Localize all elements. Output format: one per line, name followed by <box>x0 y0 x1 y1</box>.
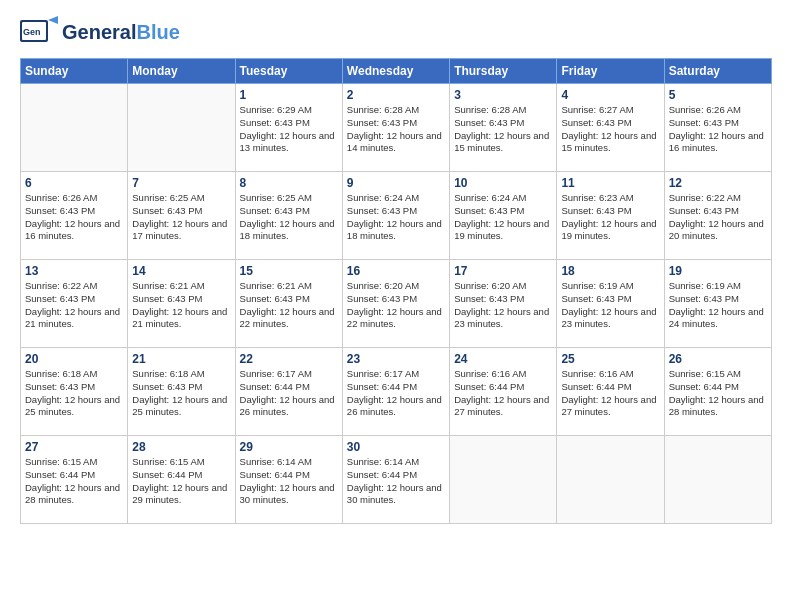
day-info: Sunrise: 6:25 AM Sunset: 6:43 PM Dayligh… <box>240 192 338 243</box>
day-number: 21 <box>132 352 230 366</box>
calendar-header-wednesday: Wednesday <box>342 59 449 84</box>
day-info: Sunrise: 6:20 AM Sunset: 6:43 PM Dayligh… <box>454 280 552 331</box>
calendar-cell: 3Sunrise: 6:28 AM Sunset: 6:43 PM Daylig… <box>450 84 557 172</box>
calendar-cell: 12Sunrise: 6:22 AM Sunset: 6:43 PM Dayli… <box>664 172 771 260</box>
day-info: Sunrise: 6:15 AM Sunset: 6:44 PM Dayligh… <box>669 368 767 419</box>
calendar-header-thursday: Thursday <box>450 59 557 84</box>
day-number: 2 <box>347 88 445 102</box>
calendar-week-1: 1Sunrise: 6:29 AM Sunset: 6:43 PM Daylig… <box>21 84 772 172</box>
day-info: Sunrise: 6:21 AM Sunset: 6:43 PM Dayligh… <box>240 280 338 331</box>
day-number: 18 <box>561 264 659 278</box>
calendar-cell: 8Sunrise: 6:25 AM Sunset: 6:43 PM Daylig… <box>235 172 342 260</box>
calendar-cell: 2Sunrise: 6:28 AM Sunset: 6:43 PM Daylig… <box>342 84 449 172</box>
calendar-cell: 24Sunrise: 6:16 AM Sunset: 6:44 PM Dayli… <box>450 348 557 436</box>
day-info: Sunrise: 6:15 AM Sunset: 6:44 PM Dayligh… <box>132 456 230 507</box>
calendar-week-4: 20Sunrise: 6:18 AM Sunset: 6:43 PM Dayli… <box>21 348 772 436</box>
day-info: Sunrise: 6:19 AM Sunset: 6:43 PM Dayligh… <box>561 280 659 331</box>
calendar-header-tuesday: Tuesday <box>235 59 342 84</box>
day-info: Sunrise: 6:26 AM Sunset: 6:43 PM Dayligh… <box>669 104 767 155</box>
day-number: 7 <box>132 176 230 190</box>
day-number: 22 <box>240 352 338 366</box>
calendar-cell: 1Sunrise: 6:29 AM Sunset: 6:43 PM Daylig… <box>235 84 342 172</box>
calendar-cell: 14Sunrise: 6:21 AM Sunset: 6:43 PM Dayli… <box>128 260 235 348</box>
day-number: 19 <box>669 264 767 278</box>
calendar-cell: 7Sunrise: 6:25 AM Sunset: 6:43 PM Daylig… <box>128 172 235 260</box>
logo: Gen GeneralBlue <box>20 16 180 48</box>
day-number: 1 <box>240 88 338 102</box>
day-number: 3 <box>454 88 552 102</box>
calendar-cell: 13Sunrise: 6:22 AM Sunset: 6:43 PM Dayli… <box>21 260 128 348</box>
day-info: Sunrise: 6:16 AM Sunset: 6:44 PM Dayligh… <box>561 368 659 419</box>
day-number: 30 <box>347 440 445 454</box>
day-info: Sunrise: 6:20 AM Sunset: 6:43 PM Dayligh… <box>347 280 445 331</box>
day-number: 8 <box>240 176 338 190</box>
day-info: Sunrise: 6:18 AM Sunset: 6:43 PM Dayligh… <box>132 368 230 419</box>
calendar-week-5: 27Sunrise: 6:15 AM Sunset: 6:44 PM Dayli… <box>21 436 772 524</box>
calendar-cell: 5Sunrise: 6:26 AM Sunset: 6:43 PM Daylig… <box>664 84 771 172</box>
calendar-cell <box>664 436 771 524</box>
calendar-cell <box>128 84 235 172</box>
day-info: Sunrise: 6:28 AM Sunset: 6:43 PM Dayligh… <box>347 104 445 155</box>
calendar-cell: 17Sunrise: 6:20 AM Sunset: 6:43 PM Dayli… <box>450 260 557 348</box>
calendar-cell: 16Sunrise: 6:20 AM Sunset: 6:43 PM Dayli… <box>342 260 449 348</box>
calendar-cell: 28Sunrise: 6:15 AM Sunset: 6:44 PM Dayli… <box>128 436 235 524</box>
day-info: Sunrise: 6:17 AM Sunset: 6:44 PM Dayligh… <box>347 368 445 419</box>
day-number: 20 <box>25 352 123 366</box>
calendar-header-saturday: Saturday <box>664 59 771 84</box>
calendar-cell <box>21 84 128 172</box>
day-info: Sunrise: 6:23 AM Sunset: 6:43 PM Dayligh… <box>561 192 659 243</box>
calendar-cell: 23Sunrise: 6:17 AM Sunset: 6:44 PM Dayli… <box>342 348 449 436</box>
day-number: 5 <box>669 88 767 102</box>
day-number: 11 <box>561 176 659 190</box>
day-number: 15 <box>240 264 338 278</box>
day-info: Sunrise: 6:21 AM Sunset: 6:43 PM Dayligh… <box>132 280 230 331</box>
calendar-cell: 18Sunrise: 6:19 AM Sunset: 6:43 PM Dayli… <box>557 260 664 348</box>
calendar-cell <box>450 436 557 524</box>
day-number: 25 <box>561 352 659 366</box>
calendar-cell: 11Sunrise: 6:23 AM Sunset: 6:43 PM Dayli… <box>557 172 664 260</box>
day-number: 24 <box>454 352 552 366</box>
svg-text:Gen: Gen <box>23 27 41 37</box>
day-info: Sunrise: 6:16 AM Sunset: 6:44 PM Dayligh… <box>454 368 552 419</box>
logo-text: GeneralBlue <box>62 22 180 42</box>
day-number: 27 <box>25 440 123 454</box>
calendar-header-monday: Monday <box>128 59 235 84</box>
day-info: Sunrise: 6:22 AM Sunset: 6:43 PM Dayligh… <box>669 192 767 243</box>
calendar-week-2: 6Sunrise: 6:26 AM Sunset: 6:43 PM Daylig… <box>21 172 772 260</box>
day-number: 17 <box>454 264 552 278</box>
calendar-cell: 22Sunrise: 6:17 AM Sunset: 6:44 PM Dayli… <box>235 348 342 436</box>
day-number: 13 <box>25 264 123 278</box>
calendar-cell: 4Sunrise: 6:27 AM Sunset: 6:43 PM Daylig… <box>557 84 664 172</box>
calendar-header-row: SundayMondayTuesdayWednesdayThursdayFrid… <box>21 59 772 84</box>
day-number: 12 <box>669 176 767 190</box>
calendar-header-friday: Friday <box>557 59 664 84</box>
calendar-header-sunday: Sunday <box>21 59 128 84</box>
calendar-cell: 20Sunrise: 6:18 AM Sunset: 6:43 PM Dayli… <box>21 348 128 436</box>
calendar-cell: 15Sunrise: 6:21 AM Sunset: 6:43 PM Dayli… <box>235 260 342 348</box>
day-info: Sunrise: 6:24 AM Sunset: 6:43 PM Dayligh… <box>454 192 552 243</box>
day-info: Sunrise: 6:28 AM Sunset: 6:43 PM Dayligh… <box>454 104 552 155</box>
day-info: Sunrise: 6:14 AM Sunset: 6:44 PM Dayligh… <box>240 456 338 507</box>
page: Gen GeneralBlue SundayMondayTuesdayWedne… <box>0 0 792 612</box>
day-number: 6 <box>25 176 123 190</box>
day-number: 9 <box>347 176 445 190</box>
day-number: 4 <box>561 88 659 102</box>
day-info: Sunrise: 6:18 AM Sunset: 6:43 PM Dayligh… <box>25 368 123 419</box>
calendar-cell <box>557 436 664 524</box>
calendar-cell: 10Sunrise: 6:24 AM Sunset: 6:43 PM Dayli… <box>450 172 557 260</box>
svg-marker-3 <box>48 16 58 24</box>
calendar-cell: 19Sunrise: 6:19 AM Sunset: 6:43 PM Dayli… <box>664 260 771 348</box>
calendar-table: SundayMondayTuesdayWednesdayThursdayFrid… <box>20 58 772 524</box>
header: Gen GeneralBlue <box>20 16 772 48</box>
day-info: Sunrise: 6:17 AM Sunset: 6:44 PM Dayligh… <box>240 368 338 419</box>
calendar-cell: 29Sunrise: 6:14 AM Sunset: 6:44 PM Dayli… <box>235 436 342 524</box>
day-number: 14 <box>132 264 230 278</box>
day-info: Sunrise: 6:26 AM Sunset: 6:43 PM Dayligh… <box>25 192 123 243</box>
day-info: Sunrise: 6:25 AM Sunset: 6:43 PM Dayligh… <box>132 192 230 243</box>
day-info: Sunrise: 6:24 AM Sunset: 6:43 PM Dayligh… <box>347 192 445 243</box>
calendar-cell: 27Sunrise: 6:15 AM Sunset: 6:44 PM Dayli… <box>21 436 128 524</box>
day-number: 23 <box>347 352 445 366</box>
day-info: Sunrise: 6:14 AM Sunset: 6:44 PM Dayligh… <box>347 456 445 507</box>
day-info: Sunrise: 6:29 AM Sunset: 6:43 PM Dayligh… <box>240 104 338 155</box>
day-number: 28 <box>132 440 230 454</box>
